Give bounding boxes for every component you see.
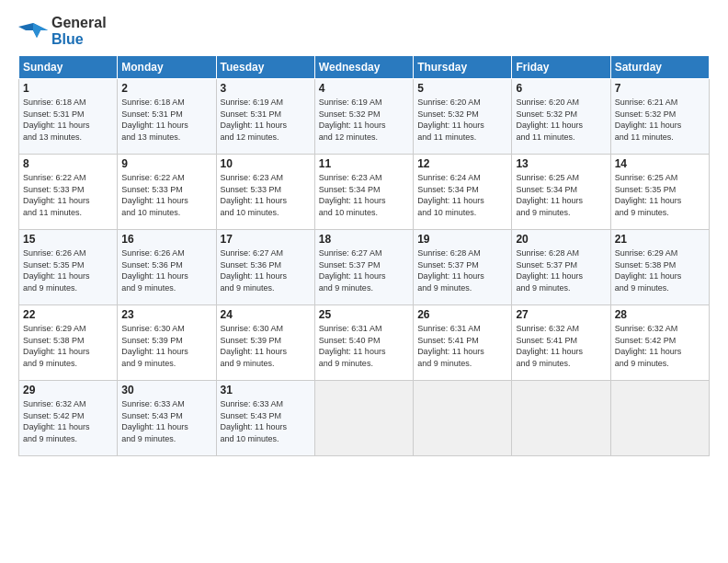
logo: GeneralBlue — [18, 15, 107, 48]
cell-sunrise-sunset: Sunrise: 6:23 AMSunset: 5:34 PMDaylight:… — [319, 172, 409, 218]
cell-sunrise-sunset: Sunrise: 6:22 AMSunset: 5:33 PMDaylight:… — [23, 172, 113, 218]
calendar-cell: 26Sunrise: 6:31 AMSunset: 5:41 PMDayligh… — [414, 305, 512, 381]
day-number: 25 — [319, 308, 409, 321]
weekday-header-cell: Thursday — [414, 56, 512, 79]
cell-sunrise-sunset: Sunrise: 6:27 AMSunset: 5:36 PMDaylight:… — [221, 247, 311, 293]
day-number: 6 — [516, 82, 606, 95]
day-number: 10 — [221, 157, 311, 170]
calendar-cell: 8Sunrise: 6:22 AMSunset: 5:33 PMDaylight… — [19, 155, 118, 230]
calendar-cell: 2Sunrise: 6:18 AMSunset: 5:31 PMDaylight… — [118, 79, 216, 155]
cell-sunrise-sunset: Sunrise: 6:28 AMSunset: 5:37 PMDaylight:… — [417, 247, 507, 293]
weekday-header-cell: Tuesday — [216, 56, 314, 79]
cell-sunrise-sunset: Sunrise: 6:30 AMSunset: 5:39 PMDaylight:… — [221, 323, 311, 369]
calendar-cell: 21Sunrise: 6:29 AMSunset: 5:38 PMDayligh… — [610, 230, 709, 305]
cell-sunrise-sunset: Sunrise: 6:18 AMSunset: 5:31 PMDaylight:… — [121, 97, 211, 143]
calendar-week-row: 22Sunrise: 6:29 AMSunset: 5:38 PMDayligh… — [19, 305, 710, 381]
calendar-week-row: 29Sunrise: 6:32 AMSunset: 5:42 PMDayligh… — [19, 381, 710, 456]
day-number: 12 — [417, 157, 507, 170]
cell-sunrise-sunset: Sunrise: 6:26 AMSunset: 5:35 PMDaylight:… — [23, 247, 113, 293]
weekday-header-cell: Sunday — [19, 56, 118, 79]
cell-sunrise-sunset: Sunrise: 6:28 AMSunset: 5:37 PMDaylight:… — [516, 247, 606, 293]
calendar-cell — [314, 381, 413, 456]
cell-sunrise-sunset: Sunrise: 6:32 AMSunset: 5:42 PMDaylight:… — [615, 323, 705, 369]
calendar-cell: 5Sunrise: 6:20 AMSunset: 5:32 PMDaylight… — [414, 79, 512, 155]
calendar-cell: 25Sunrise: 6:31 AMSunset: 5:40 PMDayligh… — [314, 305, 413, 381]
weekday-header-cell: Wednesday — [314, 56, 413, 79]
day-number: 30 — [121, 384, 211, 396]
calendar-cell: 12Sunrise: 6:24 AMSunset: 5:34 PMDayligh… — [414, 155, 512, 230]
day-number: 3 — [221, 82, 311, 95]
cell-sunrise-sunset: Sunrise: 6:29 AMSunset: 5:38 PMDaylight:… — [615, 247, 705, 293]
calendar-cell: 4Sunrise: 6:19 AMSunset: 5:32 PMDaylight… — [314, 79, 413, 155]
calendar-cell: 30Sunrise: 6:33 AMSunset: 5:43 PMDayligh… — [118, 381, 216, 456]
cell-sunrise-sunset: Sunrise: 6:33 AMSunset: 5:43 PMDaylight:… — [221, 398, 311, 444]
day-number: 17 — [221, 233, 311, 246]
weekday-header-row: SundayMondayTuesdayWednesdayThursdayFrid… — [19, 56, 710, 79]
calendar-cell: 20Sunrise: 6:28 AMSunset: 5:37 PMDayligh… — [512, 230, 610, 305]
cell-sunrise-sunset: Sunrise: 6:31 AMSunset: 5:41 PMDaylight:… — [417, 323, 507, 369]
cell-sunrise-sunset: Sunrise: 6:19 AMSunset: 5:31 PMDaylight:… — [221, 97, 311, 143]
cell-sunrise-sunset: Sunrise: 6:30 AMSunset: 5:39 PMDaylight:… — [121, 323, 211, 369]
day-number: 15 — [23, 233, 113, 246]
day-number: 29 — [23, 384, 113, 396]
calendar-cell: 24Sunrise: 6:30 AMSunset: 5:39 PMDayligh… — [216, 305, 314, 381]
calendar-cell: 14Sunrise: 6:25 AMSunset: 5:35 PMDayligh… — [610, 155, 709, 230]
cell-sunrise-sunset: Sunrise: 6:25 AMSunset: 5:35 PMDaylight:… — [615, 172, 705, 218]
calendar-cell — [512, 381, 610, 456]
calendar-cell: 18Sunrise: 6:27 AMSunset: 5:37 PMDayligh… — [314, 230, 413, 305]
calendar-week-row: 15Sunrise: 6:26 AMSunset: 5:35 PMDayligh… — [19, 230, 710, 305]
day-number: 5 — [417, 82, 507, 95]
calendar-cell: 16Sunrise: 6:26 AMSunset: 5:36 PMDayligh… — [118, 230, 216, 305]
cell-sunrise-sunset: Sunrise: 6:22 AMSunset: 5:33 PMDaylight:… — [121, 172, 211, 218]
day-number: 23 — [121, 308, 211, 321]
svg-marker-1 — [33, 23, 48, 38]
cell-sunrise-sunset: Sunrise: 6:20 AMSunset: 5:32 PMDaylight:… — [417, 97, 507, 143]
calendar-cell — [414, 381, 512, 456]
calendar-cell: 29Sunrise: 6:32 AMSunset: 5:42 PMDayligh… — [19, 381, 118, 456]
cell-sunrise-sunset: Sunrise: 6:32 AMSunset: 5:41 PMDaylight:… — [516, 323, 606, 369]
cell-sunrise-sunset: Sunrise: 6:32 AMSunset: 5:42 PMDaylight:… — [23, 398, 113, 444]
day-number: 24 — [221, 308, 311, 321]
day-number: 22 — [23, 308, 113, 321]
calendar-body: 1Sunrise: 6:18 AMSunset: 5:31 PMDaylight… — [19, 79, 710, 456]
day-number: 9 — [121, 157, 211, 170]
calendar-week-row: 8Sunrise: 6:22 AMSunset: 5:33 PMDaylight… — [19, 155, 710, 230]
day-number: 18 — [319, 233, 409, 246]
cell-sunrise-sunset: Sunrise: 6:21 AMSunset: 5:32 PMDaylight:… — [615, 97, 705, 143]
cell-sunrise-sunset: Sunrise: 6:31 AMSunset: 5:40 PMDaylight:… — [319, 323, 409, 369]
day-number: 11 — [319, 157, 409, 170]
calendar-cell: 10Sunrise: 6:23 AMSunset: 5:33 PMDayligh… — [216, 155, 314, 230]
day-number: 27 — [516, 308, 606, 321]
day-number: 4 — [319, 82, 409, 95]
cell-sunrise-sunset: Sunrise: 6:26 AMSunset: 5:36 PMDaylight:… — [121, 247, 211, 293]
calendar-cell: 6Sunrise: 6:20 AMSunset: 5:32 PMDaylight… — [512, 79, 610, 155]
weekday-header-cell: Friday — [512, 56, 610, 79]
day-number: 14 — [615, 157, 705, 170]
calendar-cell: 1Sunrise: 6:18 AMSunset: 5:31 PMDaylight… — [19, 79, 118, 155]
calendar-cell — [610, 381, 709, 456]
logo-bird-icon — [18, 21, 48, 41]
calendar-page: GeneralBlue SundayMondayTuesdayWednesday… — [0, 0, 728, 563]
calendar-cell: 31Sunrise: 6:33 AMSunset: 5:43 PMDayligh… — [216, 381, 314, 456]
cell-sunrise-sunset: Sunrise: 6:29 AMSunset: 5:38 PMDaylight:… — [23, 323, 113, 369]
calendar-table: SundayMondayTuesdayWednesdayThursdayFrid… — [18, 55, 710, 456]
cell-sunrise-sunset: Sunrise: 6:33 AMSunset: 5:43 PMDaylight:… — [121, 398, 211, 444]
day-number: 31 — [221, 384, 311, 396]
calendar-cell: 9Sunrise: 6:22 AMSunset: 5:33 PMDaylight… — [118, 155, 216, 230]
cell-sunrise-sunset: Sunrise: 6:19 AMSunset: 5:32 PMDaylight:… — [319, 97, 409, 143]
day-number: 26 — [417, 308, 507, 321]
cell-sunrise-sunset: Sunrise: 6:20 AMSunset: 5:32 PMDaylight:… — [516, 97, 606, 143]
cell-sunrise-sunset: Sunrise: 6:27 AMSunset: 5:37 PMDaylight:… — [319, 247, 409, 293]
day-number: 19 — [417, 233, 507, 246]
cell-sunrise-sunset: Sunrise: 6:23 AMSunset: 5:33 PMDaylight:… — [221, 172, 311, 218]
calendar-cell: 28Sunrise: 6:32 AMSunset: 5:42 PMDayligh… — [610, 305, 709, 381]
calendar-cell: 22Sunrise: 6:29 AMSunset: 5:38 PMDayligh… — [19, 305, 118, 381]
day-number: 16 — [121, 233, 211, 246]
day-number: 7 — [615, 82, 705, 95]
calendar-cell: 15Sunrise: 6:26 AMSunset: 5:35 PMDayligh… — [19, 230, 118, 305]
logo-general: GeneralBlue — [51, 15, 107, 48]
calendar-cell: 7Sunrise: 6:21 AMSunset: 5:32 PMDaylight… — [610, 79, 709, 155]
cell-sunrise-sunset: Sunrise: 6:24 AMSunset: 5:34 PMDaylight:… — [417, 172, 507, 218]
calendar-cell: 3Sunrise: 6:19 AMSunset: 5:31 PMDaylight… — [216, 79, 314, 155]
cell-sunrise-sunset: Sunrise: 6:25 AMSunset: 5:34 PMDaylight:… — [516, 172, 606, 218]
